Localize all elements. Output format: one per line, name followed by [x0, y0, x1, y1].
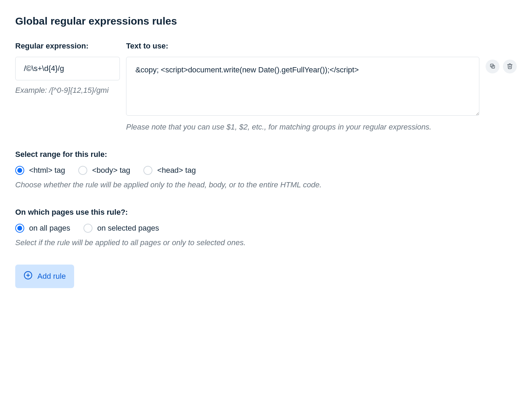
rule-editor-row: Regular expression: Example: /[^0-9]{12,…: [15, 42, 517, 133]
radio-icon: [15, 224, 24, 233]
text-to-use-hint: Please note that you can use $1, $2, etc…: [126, 122, 479, 133]
radio-label: <head> tag: [157, 166, 196, 175]
add-rule-label: Add rule: [37, 272, 66, 281]
trash-icon: [507, 63, 513, 70]
pages-radio-group: on all pageson selected pages: [15, 224, 517, 233]
radio-label: <body> tag: [92, 166, 130, 175]
range-label: Select range for this rule:: [15, 150, 517, 159]
plus-circle-icon: [24, 271, 33, 282]
radio-icon: [83, 224, 92, 233]
text-to-use-label: Text to use:: [126, 42, 479, 51]
radio-icon: [143, 166, 152, 175]
radio-label: <html> tag: [29, 166, 65, 175]
pages-option-0[interactable]: on all pages: [15, 224, 70, 233]
range-option-2[interactable]: <head> tag: [143, 166, 196, 175]
radio-label: on selected pages: [97, 224, 159, 233]
regex-column: Regular expression: Example: /[^0-9]{12,…: [15, 42, 120, 96]
text-to-use-textarea[interactable]: [126, 57, 479, 116]
rule-actions: [486, 42, 517, 73]
range-section: Select range for this rule: <html> tag<b…: [15, 150, 517, 190]
pages-label: On which pages use this rule?:: [15, 208, 517, 217]
add-rule-button[interactable]: Add rule: [15, 265, 74, 288]
pages-option-1[interactable]: on selected pages: [83, 224, 159, 233]
regex-label: Regular expression:: [15, 42, 120, 51]
regex-hint: Example: /[^0-9]{12,15}/gmi: [15, 85, 120, 96]
pages-hint: Select if the rule will be applied to al…: [15, 238, 517, 248]
copy-icon: [489, 63, 496, 70]
page-title: Global regular expressions rules: [15, 15, 517, 27]
radio-icon: [78, 166, 87, 175]
radio-label: on all pages: [29, 224, 70, 233]
copy-button[interactable]: [486, 60, 499, 73]
regex-input[interactable]: [15, 57, 120, 80]
text-column: Text to use: Please note that you can us…: [126, 42, 479, 133]
range-hint: Choose whether the rule will be applied …: [15, 180, 517, 190]
range-option-1[interactable]: <body> tag: [78, 166, 130, 175]
radio-icon: [15, 166, 24, 175]
range-radio-group: <html> tag<body> tag<head> tag: [15, 166, 517, 175]
pages-section: On which pages use this rule?: on all pa…: [15, 208, 517, 248]
delete-button[interactable]: [503, 60, 517, 73]
range-option-0[interactable]: <html> tag: [15, 166, 65, 175]
